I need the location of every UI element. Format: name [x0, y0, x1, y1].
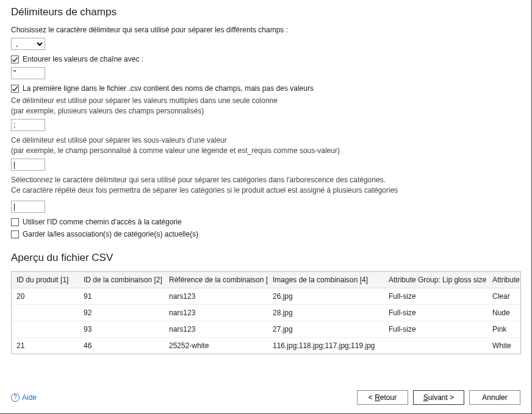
table-cell: nars123 — [164, 321, 268, 338]
delimiters-title: Délimiteurs de champs — [11, 6, 520, 18]
table-cell: White — [487, 338, 521, 354]
table-cell: Pink — [487, 321, 521, 338]
table-cell: 27.jpg — [268, 321, 384, 338]
column-header[interactable]: ID de la combinaison [2] — [79, 272, 164, 288]
cancel-button[interactable]: Annuler — [469, 390, 520, 405]
table-cell — [12, 305, 79, 321]
preview-title: Aperçu du fichier CSV — [11, 252, 520, 264]
table-cell: 21 — [12, 338, 79, 354]
table-cell: 20 — [12, 288, 79, 305]
column-header[interactable]: Attribute Gro — [487, 272, 521, 288]
sub-value-desc-1: Ce délimiteur est utilisé pour séparer l… — [11, 136, 520, 145]
keep-category-assoc-checkbox[interactable] — [11, 230, 19, 238]
table-cell: Full-size — [384, 288, 487, 305]
table-cell: 93 — [79, 321, 164, 338]
table-cell: 26.jpg — [268, 288, 384, 305]
surround-label: Entourer les valeurs de chaîne avec : — [23, 55, 143, 63]
table-cell: nars123 — [164, 305, 268, 321]
table-row[interactable]: 214625252-white116.jpg;118.jpg;117.jpg;1… — [12, 338, 521, 354]
help-icon: ? — [11, 393, 20, 402]
first-row-headers-checkbox[interactable] — [11, 85, 19, 93]
keep-category-assoc-label: Garder la/les association(s) de catégori… — [23, 230, 198, 238]
use-id-as-path-checkbox[interactable] — [11, 218, 19, 226]
table-cell — [12, 321, 79, 338]
table-cell: Full-size — [384, 305, 487, 321]
use-id-as-path-label: Utiliser l'ID comme chemin d'accès à la … — [23, 218, 182, 226]
table-cell: 28.jpg — [268, 305, 384, 321]
sub-value-delimiter-input[interactable] — [11, 159, 45, 171]
table-cell: Nude — [487, 305, 521, 321]
category-delim-desc-2: Ce caractère répété deux fois permettra … — [11, 186, 520, 195]
csv-preview-table: ID du produit [1]ID de la combinaison [2… — [12, 272, 521, 354]
table-cell: nars123 — [164, 288, 268, 305]
help-link[interactable]: ? Aide — [11, 393, 37, 402]
back-button[interactable]: < Retour — [357, 390, 408, 405]
table-cell: 92 — [79, 305, 164, 321]
table-cell: 116.jpg;118.jpg;117.jpg;119.jpg — [268, 338, 384, 354]
table-cell — [384, 338, 487, 354]
choose-delimiter-label: Choisissez le caractère délimiteur qui s… — [11, 26, 520, 34]
table-cell: Full-size — [384, 321, 487, 338]
column-header[interactable]: Référence de la combinaison [3] — [164, 272, 268, 288]
first-row-headers-label: La première ligne dans le fichier .csv c… — [23, 84, 314, 93]
category-delim-desc-1: Sélectionnez le caractère délimiteur qui… — [11, 176, 520, 184]
next-button[interactable]: Suivant > — [413, 390, 464, 405]
table-row[interactable]: 2091nars12326.jpgFull-sizeClear — [12, 288, 521, 305]
table-cell: 91 — [79, 288, 164, 305]
multi-value-desc-2: (par exemple, plusieurs valeurs des cham… — [11, 107, 520, 115]
column-header[interactable]: ID du produit [1] — [12, 272, 79, 288]
sub-value-desc-2: (par exemple, le champ personnalisé à co… — [11, 146, 520, 155]
quote-char-input[interactable] — [11, 67, 45, 79]
column-header[interactable]: Images de la combinaison [4] — [268, 272, 384, 288]
column-header[interactable]: Attribute Group: Lip gloss size [5] — [384, 272, 487, 288]
surround-checkbox[interactable] — [11, 55, 19, 63]
table-cell: 25252-white — [164, 338, 268, 354]
table-cell: Clear — [487, 288, 521, 305]
table-row[interactable]: 92nars12328.jpgFull-sizeNude — [12, 305, 521, 321]
table-row[interactable]: 93nars12327.jpgFull-sizePink — [12, 321, 521, 338]
multi-value-desc-1: Ce délimiteur est utilisé pour séparer l… — [11, 96, 520, 105]
csv-preview-table-container: ID du produit [1]ID de la combinaison [2… — [11, 271, 521, 354]
multi-value-delimiter-input[interactable] — [11, 119, 45, 131]
table-cell: 46 — [79, 338, 164, 354]
help-label: Aide — [22, 393, 37, 402]
field-delimiter-select[interactable]: , — [11, 38, 45, 50]
category-delimiter-input[interactable] — [11, 201, 45, 213]
